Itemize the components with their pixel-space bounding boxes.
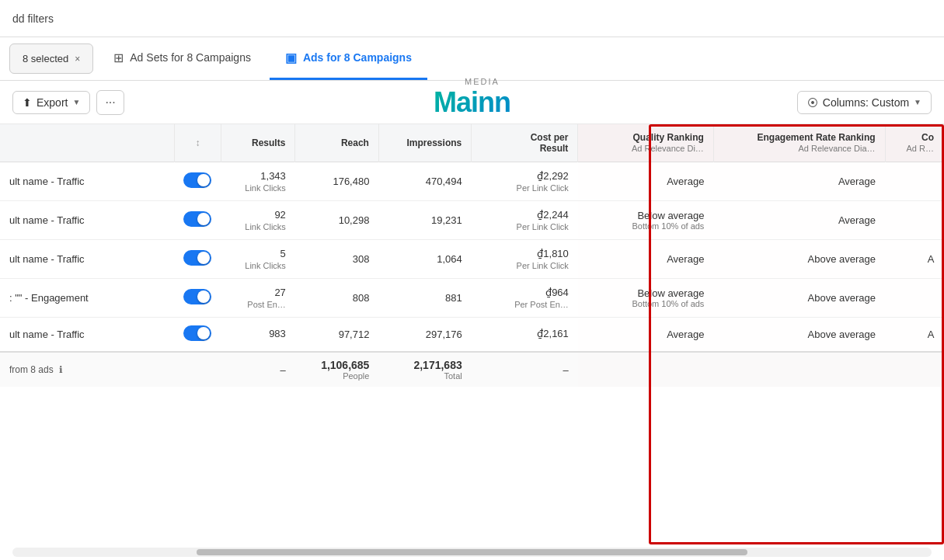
columns-button[interactable]: ⦿ Columns: Custom ▼ [797, 91, 932, 114]
cell-engagement-3: Above average [713, 279, 885, 318]
chip-label: 8 selected [23, 53, 68, 64]
export-icon: ⬆ [23, 96, 32, 109]
row-name-4: ult name - Traffic [9, 329, 85, 340]
table-row: ult name - Traffic 1,343 Link Clicks 176… [0, 162, 944, 201]
toolbar-right: ⦿ Columns: Custom ▼ [797, 91, 932, 114]
more-button[interactable]: ··· [96, 90, 124, 115]
horizontal-scrollbar[interactable] [12, 548, 932, 557]
export-label: Export [37, 96, 68, 109]
cell-impressions-1: 19,231 [378, 201, 471, 240]
row-name-1: ult name - Traffic [9, 214, 85, 226]
cell-results-3: 27 Post En… [221, 279, 294, 318]
cell-quality-4: Average [578, 318, 714, 353]
col-header-cost: Cost perResult [472, 124, 578, 162]
cell-quality-1: Below average Bottom 10% of ads [578, 201, 714, 240]
cell-engagement-1: Average [713, 201, 885, 240]
columns-label: Columns: Custom [823, 96, 909, 109]
more-icon: ··· [105, 96, 115, 109]
grid-icon: ⊞ [113, 50, 124, 65]
footer-text: from 8 ads [9, 364, 54, 375]
footer-impressions: 2,171,683 Total [378, 352, 471, 387]
tab-ads[interactable]: ▣ Ads for 8 Campaigns [270, 37, 427, 80]
filter-bar-label: dd filters [12, 12, 54, 25]
col-header-engagement: Engagement Rate Ranking Ad Relevance Dia… [713, 124, 885, 162]
cell-reach-1: 10,298 [295, 201, 379, 240]
toggle-switch-0[interactable] [183, 172, 211, 188]
cell-name-2: ult name - Traffic [0, 240, 174, 279]
cell-toggle-2[interactable] [174, 240, 221, 279]
cell-impressions-2: 1,064 [378, 240, 471, 279]
table-row: : "" - Engagement 27 Post En… 808 881 ₫9… [0, 279, 944, 318]
tab-ad-sets[interactable]: ⊞ Ad Sets for 8 Campaigns [98, 37, 266, 80]
cell-name-4: ult name - Traffic [0, 318, 174, 353]
table-row: ult name - Traffic 983 97,712 297,176 ₫2… [0, 318, 944, 353]
cell-quality-3: Below average Bottom 10% of ads [578, 279, 714, 318]
col-header-quality: Quality Ranking Ad Relevance Di… [578, 124, 714, 162]
cell-reach-4: 97,712 [295, 318, 379, 353]
selected-chip[interactable]: 8 selected × [9, 43, 93, 74]
cell-reach-0: 176,480 [295, 162, 379, 201]
footer-reach: 1,106,685 People [295, 352, 379, 387]
cell-name-1: ult name - Traffic [0, 201, 174, 240]
cell-cost-4: ₫2,161 [472, 318, 578, 353]
toggle-switch-4[interactable] [183, 325, 211, 341]
cell-toggle-1[interactable] [174, 201, 221, 240]
toolbar-left: ⬆ Export ▼ ··· [12, 90, 124, 115]
logo-text: Mainn [434, 86, 510, 119]
row-name-3: : "" - Engagement [9, 292, 89, 304]
col-header-co: Co Ad R… [885, 124, 943, 162]
cell-toggle-4[interactable] [174, 318, 221, 353]
cell-co-1 [885, 201, 943, 240]
footer-co [885, 352, 943, 387]
cell-engagement-0: Average [713, 162, 885, 201]
cell-toggle-3[interactable] [174, 279, 221, 318]
cell-engagement-2: Above average [713, 240, 885, 279]
main-content: ↕ Results Reach Impressions Cost perResu… [0, 124, 944, 560]
toolbar: ⬆ Export ▼ ··· MEDIA Mainn ⦿ Columns: Cu… [0, 81, 944, 124]
table-header-row: ↕ Results Reach Impressions Cost perResu… [0, 124, 944, 162]
cell-reach-3: 808 [295, 279, 379, 318]
cell-results-1: 92 Link Clicks [221, 201, 294, 240]
export-button[interactable]: ⬆ Export ▼ [12, 91, 90, 114]
scrollbar-thumb[interactable] [197, 549, 748, 555]
cell-results-0: 1,343 Link Clicks [221, 162, 294, 201]
cell-cost-0: ₫2,292 Per Link Click [472, 162, 578, 201]
cell-co-4: A [885, 318, 943, 353]
export-dropdown-icon: ▼ [72, 98, 80, 106]
col-header-sort[interactable]: ↕ [174, 124, 221, 162]
cell-name-0: ult name - Traffic [0, 162, 174, 201]
toggle-switch-2[interactable] [183, 250, 211, 266]
logo: MEDIA Mainn [434, 86, 510, 119]
cell-name-3: : "" - Engagement [0, 279, 174, 318]
chip-close-icon[interactable]: × [75, 54, 80, 64]
cell-toggle-0[interactable] [174, 162, 221, 201]
cell-impressions-4: 297,176 [378, 318, 471, 353]
cell-reach-2: 308 [295, 240, 379, 279]
cell-impressions-0: 470,494 [378, 162, 471, 201]
footer-quality [578, 352, 714, 387]
toggle-switch-3[interactable] [183, 289, 211, 304]
cell-engagement-4: Above average [713, 318, 885, 353]
cell-cost-2: ₫1,810 Per Link Click [472, 240, 578, 279]
logo-area: MEDIA Mainn [434, 86, 510, 119]
table-row: ult name - Traffic 5 Link Clicks 308 1,0… [0, 240, 944, 279]
table-container: ↕ Results Reach Impressions Cost perResu… [0, 124, 944, 544]
footer-label: from 8 ads ℹ [0, 352, 221, 387]
toggle-switch-1[interactable] [183, 211, 211, 227]
cell-cost-1: ₫2,244 Per Link Click [472, 201, 578, 240]
filter-bar: dd filters [0, 0, 944, 37]
footer-cost: – [472, 352, 578, 387]
table-footer-row: from 8 ads ℹ – 1,106,685 People 2,171,68… [0, 352, 944, 387]
footer-info-icon: ℹ [59, 364, 63, 375]
sort-icon: ↕ [195, 137, 200, 148]
cell-results-2: 5 Link Clicks [221, 240, 294, 279]
row-name-2: ult name - Traffic [9, 253, 85, 265]
col-header-results: Results [221, 124, 294, 162]
row-name-0: ult name - Traffic [9, 176, 85, 187]
data-table: ↕ Results Reach Impressions Cost perResu… [0, 124, 944, 387]
cell-co-3 [885, 279, 943, 318]
cell-cost-3: ₫964 Per Post En… [472, 279, 578, 318]
columns-dropdown-icon: ▼ [914, 98, 921, 106]
columns-icon: ⦿ [807, 96, 818, 109]
tab-ad-sets-label: Ad Sets for 8 Campaigns [130, 51, 251, 64]
